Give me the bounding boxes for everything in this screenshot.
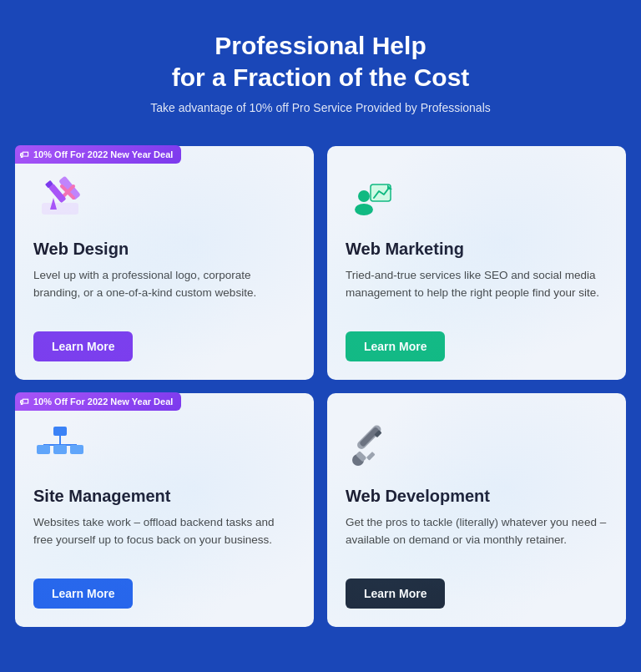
card-title-web-development: Web Development — [346, 487, 608, 506]
card-wrapper-site-management: 10% Off For 2022 New Year Deal — [15, 393, 314, 627]
site-management-icon — [33, 420, 87, 473]
svg-rect-14 — [37, 445, 50, 454]
deal-badge-web-design: 10% Off For 2022 New Year Deal — [15, 145, 181, 164]
svg-rect-16 — [70, 445, 83, 454]
cards-grid: 10% Off For 2022 New Year Deal Web Desig… — [0, 138, 641, 644]
hero-subtitle: Take advantage of 10% off Pro Service Pr… — [17, 101, 624, 114]
card-wrapper-web-development: Web Development Get the pros to tackle (… — [327, 393, 626, 627]
card-desc-site-management: Websites take work – offload backend tas… — [33, 514, 295, 563]
learn-more-web-marketing[interactable]: Learn More — [346, 331, 445, 361]
card-desc-web-marketing: Tried-and-true services like SEO and soc… — [346, 267, 608, 316]
card-web-development: Web Development Get the pros to tackle (… — [327, 393, 626, 627]
hero-section: Professional Help for a Fraction of the … — [0, 0, 641, 138]
svg-rect-15 — [53, 445, 67, 454]
card-desc-web-design: Level up with a professional logo, corpo… — [33, 267, 295, 316]
svg-rect-25 — [366, 452, 376, 461]
card-wrapper-web-design: 10% Off For 2022 New Year Deal Web Desig… — [15, 146, 314, 380]
card-wrapper-web-marketing: Web Marketing Tried-and-true services li… — [327, 146, 626, 380]
web-design-icon — [33, 173, 87, 226]
learn-more-web-design[interactable]: Learn More — [33, 331, 133, 361]
card-web-marketing: Web Marketing Tried-and-true services li… — [327, 146, 626, 380]
svg-point-7 — [358, 190, 370, 202]
svg-rect-11 — [53, 427, 67, 436]
svg-rect-0 — [42, 203, 78, 215]
card-title-site-management: Site Management — [33, 487, 295, 506]
card-desc-web-development: Get the pros to tackle (literally) whate… — [346, 514, 608, 563]
hero-title: Professional Help for a Fraction of the … — [17, 30, 624, 93]
card-site-management: Site Management Websites take work – off… — [15, 393, 314, 627]
learn-more-web-development[interactable]: Learn More — [346, 579, 445, 609]
web-marketing-icon — [346, 173, 399, 226]
card-title-web-design: Web Design — [33, 240, 295, 259]
web-development-icon — [346, 420, 399, 473]
deal-badge-site-management: 10% Off For 2022 New Year Deal — [15, 392, 181, 411]
learn-more-site-management[interactable]: Learn More — [33, 579, 133, 609]
svg-point-8 — [355, 204, 373, 215]
card-web-design: Web Design Level up with a professional … — [15, 146, 314, 380]
card-title-web-marketing: Web Marketing — [346, 240, 608, 259]
